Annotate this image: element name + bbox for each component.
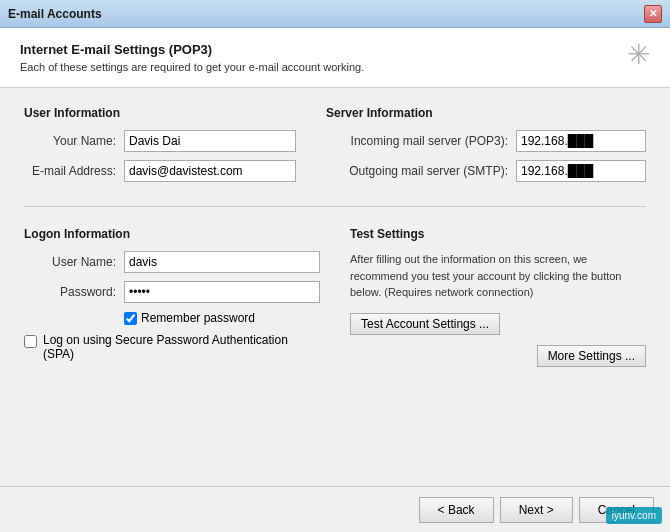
remember-label: Remember password [141,311,255,325]
header-subtitle: Each of these settings are required to g… [20,61,364,73]
server-info-section: Server Information Incoming mail server … [326,106,646,190]
spa-label: Log on using Secure Password Authenticat… [43,333,320,361]
email-address-label: E-mail Address: [24,164,124,178]
spa-checkbox[interactable] [24,335,37,348]
test-settings-title: Test Settings [350,227,646,241]
logon-username-label: User Name: [24,255,124,269]
your-name-input[interactable] [124,130,296,152]
title-bar: E-mail Accounts ✕ [0,0,670,28]
test-settings-description: After filling out the information on thi… [350,251,646,301]
spa-row: Log on using Secure Password Authenticat… [24,333,320,361]
outgoing-server-label: Outgoing mail server (SMTP): [326,164,516,178]
divider [24,206,646,207]
logon-title: Logon Information [24,227,320,241]
header-section: Internet E-mail Settings (POP3) Each of … [0,28,670,88]
title-bar-text: E-mail Accounts [8,7,102,21]
close-button[interactable]: ✕ [644,5,662,23]
email-address-row: E-mail Address: [24,160,296,182]
user-info-section: User Information Your Name: E-mail Addre… [24,106,296,190]
more-settings-button[interactable]: More Settings ... [537,345,646,367]
cancel-button[interactable]: Cancel [579,497,654,523]
logon-password-input[interactable] [124,281,320,303]
logon-password-label: Password: [24,285,124,299]
dialog: Internet E-mail Settings (POP3) Each of … [0,28,670,532]
top-columns: User Information Your Name: E-mail Addre… [24,106,646,190]
test-account-settings-button[interactable]: Test Account Settings ... [350,313,500,335]
incoming-server-row: Incoming mail server (POP3): [326,130,646,152]
outgoing-server-row: Outgoing mail server (SMTP): [326,160,646,182]
cursor-icon: ✳ [627,38,650,71]
test-settings-section: Test Settings After filling out the info… [350,227,646,367]
incoming-server-label: Incoming mail server (POP3): [326,134,516,148]
header-title: Internet E-mail Settings (POP3) [20,42,364,57]
remember-checkbox[interactable] [124,312,137,325]
outgoing-server-input[interactable] [516,160,646,182]
your-name-label: Your Name: [24,134,124,148]
logon-username-row: User Name: [24,251,320,273]
email-address-input[interactable] [124,160,296,182]
content-area: User Information Your Name: E-mail Addre… [0,88,670,486]
bottom-columns: Logon Information User Name: Password: R… [24,227,646,367]
logon-username-input[interactable] [124,251,320,273]
back-button[interactable]: < Back [419,497,494,523]
logon-section: Logon Information User Name: Password: R… [24,227,320,367]
nav-bar: < Back Next > Cancel [0,486,670,532]
logon-password-row: Password: [24,281,320,303]
header-text: Internet E-mail Settings (POP3) Each of … [20,42,364,73]
user-info-title: User Information [24,106,296,120]
incoming-server-input[interactable] [516,130,646,152]
remember-row: Remember password [124,311,320,325]
next-button[interactable]: Next > [500,497,573,523]
your-name-row: Your Name: [24,130,296,152]
server-info-title: Server Information [326,106,646,120]
